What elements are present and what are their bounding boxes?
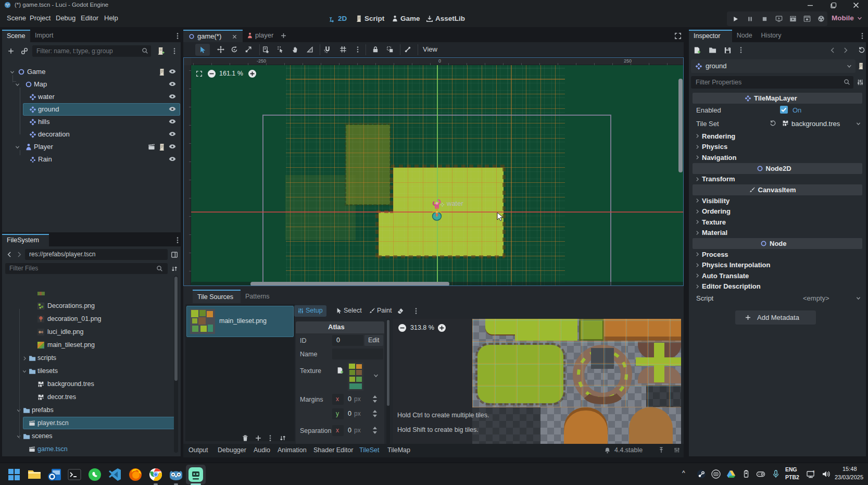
tray-network[interactable]: 8	[806, 469, 815, 479]
scene-dock-tab-scene[interactable]: Scene	[2, 30, 30, 42]
edit-button[interactable]: Edit	[364, 335, 383, 346]
taskbar-vscode[interactable]	[107, 467, 123, 482]
h-scrollbar-thumb[interactable]	[250, 282, 449, 286]
scene-tree-row-hills[interactable]: hills	[2, 116, 181, 128]
open-docs-button[interactable]	[858, 59, 865, 73]
inspector-dock-menu-icon[interactable]	[859, 32, 866, 40]
bottom-panel-output[interactable]: Output	[188, 446, 208, 454]
scene-dock-menu-icon[interactable]	[174, 32, 181, 40]
fs-sort-button-icon[interactable]	[171, 265, 178, 272]
tray-keyboard[interactable]	[711, 469, 721, 479]
fs-row-player-tscn[interactable]: player.tscn	[2, 417, 177, 430]
pan-tool-icon[interactable]	[292, 46, 299, 53]
add-node-button-icon[interactable]	[7, 47, 15, 55]
tray-lang-bottom[interactable]: PTB2	[785, 474, 799, 480]
atlas-scroll-thumb[interactable]	[387, 320, 389, 406]
pin-bottom-panel-icon[interactable]	[658, 447, 664, 453]
tray-drive[interactable]	[726, 469, 736, 479]
taskbar-godot[interactable]	[168, 467, 184, 482]
scene-tree-row-player[interactable]: Player	[2, 141, 181, 153]
history-forward-button-icon[interactable]	[842, 47, 849, 54]
distraction-free-button-icon[interactable]	[674, 32, 682, 40]
id-value-box[interactable]: 0	[332, 335, 363, 346]
move-tool-icon[interactable]	[217, 46, 224, 53]
fs-row-decor-tres[interactable]: decor.tres	[2, 391, 177, 404]
filesystem-dock-tab-filesystem[interactable]: FileSystem	[2, 234, 49, 246]
group-button-icon[interactable]	[386, 46, 394, 53]
inspector-group-material[interactable]: Material	[693, 228, 862, 239]
fs-row-partial[interactable]	[2, 282, 177, 295]
texture-dropdown-icon[interactable]	[373, 372, 379, 379]
collapse-arrow-icon[interactable]	[16, 408, 21, 413]
collapse-arrow-icon[interactable]	[16, 434, 21, 439]
visibility-toggle-icon[interactable]	[169, 93, 176, 101]
tileset-tool-select[interactable]: Select	[332, 305, 361, 317]
scene-tree-row-rain[interactable]: Rain	[2, 153, 181, 166]
bottom-panel-tileset[interactable]: TileSet	[359, 446, 379, 454]
inspector-group-physics-interpolation[interactable]: Physics Interpolation	[693, 260, 862, 271]
name-value-box[interactable]	[332, 349, 383, 359]
expand-bottom-panel-icon[interactable]	[674, 447, 680, 453]
zoom-minus-button[interactable]	[208, 70, 216, 78]
fs-row-tilesets[interactable]: tilesets	[2, 365, 177, 378]
fs-back-button-icon[interactable]	[6, 251, 13, 258]
tray-volume[interactable]	[822, 469, 831, 479]
inspector-group-transform[interactable]: Transform	[693, 174, 862, 185]
taskbar-firefox[interactable]	[128, 467, 143, 482]
fs-row-scripts[interactable]: scripts	[2, 352, 177, 365]
inspector-dock-tab-history[interactable]: History	[757, 30, 792, 42]
fs-forward-button-icon[interactable]	[16, 251, 22, 258]
taskbar-active-app[interactable]	[186, 465, 206, 484]
node-selector[interactable]: ground	[691, 59, 856, 73]
add-metadata-button[interactable]: Add Metadata	[735, 310, 816, 325]
tileset-tool-setup[interactable]: Setup	[294, 305, 326, 317]
eraser-button-icon[interactable]	[397, 307, 404, 315]
run-current-scene-button-icon[interactable]	[789, 15, 797, 22]
viewport[interactable]: water161.1 %-2500250	[183, 57, 684, 286]
margin-x-stepper[interactable]	[372, 394, 378, 404]
list-select-tool-icon[interactable]	[262, 46, 270, 53]
bottom-panel-shader-editor[interactable]: Shader Editor	[313, 446, 353, 454]
inspector-group-auto-translate[interactable]: Auto Translate	[693, 270, 862, 281]
taskbar-outlook[interactable]	[47, 467, 62, 482]
fs-row-game-tscn[interactable]: game.tscn	[2, 443, 177, 456]
margin-y-stepper[interactable]	[372, 409, 378, 418]
separation-x-stepper[interactable]	[372, 426, 378, 435]
property-options-button-icon[interactable]	[857, 79, 864, 86]
source-menu-button-icon[interactable]	[267, 434, 274, 442]
menu-project[interactable]: Project	[30, 14, 51, 22]
lock-button-icon[interactable]	[372, 46, 379, 53]
snap-options-menu-icon[interactable]	[354, 46, 361, 53]
visibility-toggle-icon[interactable]	[169, 106, 176, 113]
fs-row-decoration_01-png[interactable]: decoration_01.png	[2, 313, 177, 326]
inspector-dock-tab-node[interactable]: Node	[732, 30, 757, 42]
bottom-panel-audio[interactable]: Audio	[254, 446, 270, 454]
scene-dock-tab-import[interactable]: Import	[30, 30, 62, 42]
scene-tree-row-game[interactable]: Game	[2, 66, 181, 78]
collapse-arrow-icon[interactable]	[9, 69, 15, 75]
scene-tree-menu-icon[interactable]	[171, 47, 178, 55]
tray-steam[interactable]	[697, 469, 706, 479]
inspector-group-editor-description[interactable]: Editor Description	[693, 281, 862, 292]
fs-scrollbar[interactable]	[174, 276, 178, 453]
scale-tool-icon[interactable]	[245, 46, 252, 53]
collapse-arrow-icon[interactable]	[22, 369, 27, 374]
fs-row-prefabs[interactable]: prefabs	[2, 404, 177, 417]
skeleton-button-icon[interactable]	[404, 46, 411, 53]
fs-row-luci_idle-png[interactable]: luci_idle.png	[2, 326, 177, 339]
maximize-button-icon[interactable]	[829, 1, 838, 9]
tileset-tab-patterns[interactable]: Patterns	[241, 290, 275, 303]
attach-script-button-icon[interactable]	[157, 47, 165, 55]
scene-tree-row-water[interactable]: water	[2, 91, 181, 103]
menu-help[interactable]: Help	[104, 14, 118, 22]
fs-filter-input[interactable]: Filter Files	[5, 263, 168, 274]
tray-microphone[interactable]	[771, 469, 781, 479]
menu-debug[interactable]: Debug	[56, 14, 76, 22]
start-button[interactable]	[6, 467, 22, 482]
add-source-button-icon[interactable]	[255, 434, 262, 442]
smart-snap-toggle-icon[interactable]	[324, 46, 331, 53]
movie-maker-button-icon[interactable]	[817, 15, 825, 22]
visibility-toggle-icon[interactable]	[169, 118, 176, 126]
tileset-tab-tile-sources[interactable]: Tile Sources	[193, 290, 241, 303]
tileset-menu-button-icon[interactable]	[412, 307, 420, 315]
